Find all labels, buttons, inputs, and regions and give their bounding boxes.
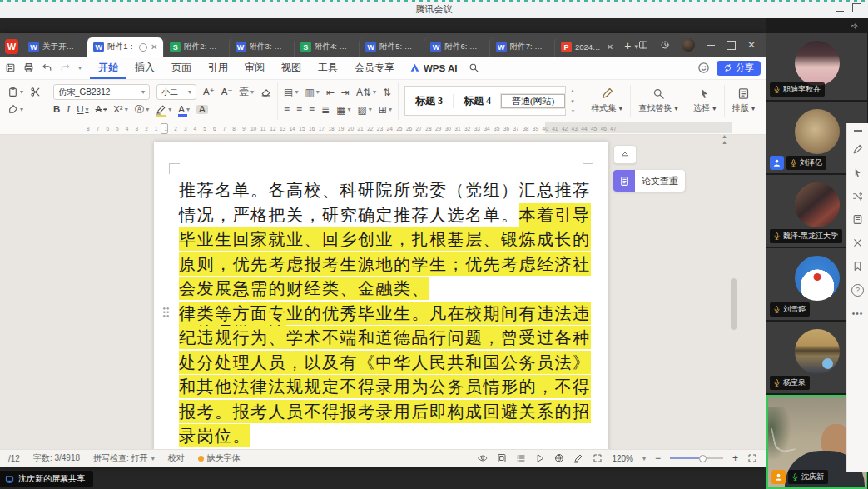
menu-工具[interactable]: 工具 bbox=[310, 57, 346, 79]
undo-icon[interactable] bbox=[42, 62, 52, 73]
clear-format-button[interactable] bbox=[260, 87, 271, 97]
decrease-font-button[interactable]: A⁻ bbox=[221, 87, 233, 97]
tab-close-icon[interactable]: ✕ bbox=[607, 42, 613, 52]
window-close-icon[interactable]: ✕ bbox=[747, 42, 756, 49]
style-normal-web[interactable]: 普通(网站) bbox=[501, 94, 565, 108]
zoom-out-button[interactable]: − bbox=[655, 452, 661, 464]
ink-icon[interactable] bbox=[573, 453, 583, 463]
style-heading3[interactable]: 标题 3 bbox=[405, 94, 453, 108]
underline-button[interactable]: U▾ bbox=[77, 105, 88, 115]
split-view-icon[interactable] bbox=[638, 40, 648, 50]
gallery-more-icon[interactable]: ≡ bbox=[571, 108, 574, 114]
sort-button[interactable]: ⇅ bbox=[383, 87, 391, 97]
sync-icon[interactable] bbox=[660, 40, 670, 50]
shading-button[interactable]: ▨▾ bbox=[358, 105, 372, 115]
gallery-down-icon[interactable]: ▾ bbox=[571, 98, 574, 105]
align-left-button[interactable]: ≡ bbox=[284, 105, 290, 115]
menu-页面[interactable]: 页面 bbox=[163, 57, 200, 79]
play-icon[interactable] bbox=[535, 453, 545, 463]
font-color-button[interactable]: A▾ bbox=[178, 105, 190, 115]
style-heading4[interactable]: 标题 4 bbox=[453, 94, 501, 108]
document-tab-5[interactable]: S附件4: 黑龙江 bbox=[294, 37, 359, 57]
fullscreen-icon[interactable] bbox=[747, 453, 757, 463]
shuffle-icon[interactable] bbox=[852, 191, 863, 202]
phonetic-guide-button[interactable]: 壹▾ bbox=[240, 87, 255, 97]
align-center-button[interactable]: ≡ bbox=[296, 105, 302, 115]
font-name-select[interactable]: 仿宋_GB2312▾ bbox=[53, 84, 150, 100]
document-tab-6[interactable]: W附件5: 《黑龙 bbox=[359, 37, 424, 57]
tab-close-icon[interactable]: ✕ bbox=[151, 42, 157, 52]
quick-access-caret[interactable]: ▾ bbox=[78, 64, 82, 72]
feedback-smiley-icon[interactable] bbox=[697, 62, 710, 74]
globe-icon[interactable] bbox=[554, 453, 564, 463]
scroll-up-arrows[interactable]: ▲▲ bbox=[722, 135, 727, 145]
border-button[interactable]: ⊞▾ bbox=[379, 105, 392, 115]
cut-button[interactable] bbox=[30, 87, 41, 97]
decrease-indent-button[interactable]: ⇤ bbox=[326, 87, 335, 97]
expand-icon[interactable] bbox=[852, 3, 861, 12]
notes-icon[interactable] bbox=[852, 214, 863, 225]
wps-ai-button[interactable]: WPS AI bbox=[403, 57, 464, 79]
search-button[interactable] bbox=[464, 57, 484, 79]
bullet-list-button[interactable]: ▤▾ bbox=[284, 87, 298, 97]
tool-查找替换[interactable]: 查找替换 ▾ bbox=[631, 82, 686, 120]
help-icon[interactable]: ? bbox=[851, 284, 864, 297]
zoom-caret[interactable]: ▾ bbox=[642, 455, 646, 462]
paper-check-button[interactable]: 论文查重 bbox=[613, 170, 685, 192]
circle-char-button[interactable]: Ⓐ▾ bbox=[135, 105, 150, 115]
document-tab-9[interactable]: P20240121-✕ bbox=[554, 37, 619, 57]
superscript-button[interactable]: X²▾ bbox=[113, 105, 128, 115]
audio-indicator-icon[interactable] bbox=[851, 22, 860, 31]
paste-button[interactable]: ▾ bbox=[7, 87, 23, 97]
screen-share-banner[interactable]: 沈庆新的屏幕共享 bbox=[0, 471, 93, 487]
menu-开始[interactable]: 开始 bbox=[90, 57, 126, 79]
document-text[interactable]: 推荐名单。各高校、科研院所党委（党组）汇总推荐情况，严格把关，研究确定推荐人选名… bbox=[179, 178, 583, 449]
document-tab-7[interactable]: W附件6: 《选调 bbox=[424, 37, 489, 57]
redo-icon[interactable] bbox=[60, 62, 71, 73]
more-icon[interactable]: ••• bbox=[852, 309, 864, 318]
italic-button[interactable]: I bbox=[67, 105, 70, 115]
participant-tile-1[interactable]: 职迪李秋卉 bbox=[766, 33, 867, 100]
print-icon[interactable] bbox=[23, 62, 34, 73]
document-tab-2[interactable]: W附件1：✕ bbox=[87, 37, 163, 57]
document-tab-3[interactable]: S附件2: 黑龙江 bbox=[163, 37, 228, 57]
zoom-in-button[interactable]: + bbox=[732, 452, 738, 464]
window-restore-icon[interactable] bbox=[727, 41, 736, 50]
menu-视图[interactable]: 视图 bbox=[273, 57, 310, 79]
panel-collapse-button[interactable] bbox=[613, 145, 637, 164]
tab-pin-icon[interactable] bbox=[139, 43, 147, 52]
numbered-list-button[interactable]: ▥▾ bbox=[305, 87, 319, 97]
document-page[interactable]: 推荐名单。各高校、科研院所党委（党组）汇总推荐情况，严格把关，研究确定推荐人选名… bbox=[154, 142, 608, 449]
pageview-icon[interactable] bbox=[497, 453, 507, 463]
share-button[interactable]: 分享 bbox=[717, 61, 761, 76]
menu-插入[interactable]: 插入 bbox=[126, 57, 163, 79]
close-icon[interactable] bbox=[852, 237, 863, 248]
gallery-up-icon[interactable]: ▴ bbox=[571, 87, 574, 94]
account-avatar[interactable] bbox=[682, 38, 695, 52]
tool-排版[interactable]: 排版 ▾ bbox=[725, 82, 763, 120]
document-tab-1[interactable]: W关于开展2024 bbox=[22, 37, 87, 57]
vertical-scrollbar-thumb[interactable] bbox=[731, 278, 737, 330]
eye-icon[interactable] bbox=[478, 453, 488, 463]
justify-button[interactable]: ≣ bbox=[321, 105, 330, 115]
line-spacing-button[interactable]: ▦▾ bbox=[336, 105, 350, 115]
new-tab-button[interactable]: + bbox=[624, 39, 631, 52]
char-shading-button[interactable]: A bbox=[196, 105, 208, 115]
cursor-icon[interactable] bbox=[852, 167, 863, 178]
paragraph-drag-handle[interactable] bbox=[162, 307, 170, 317]
document-tab-8[interactable]: W附件7: 学生工 bbox=[489, 37, 554, 57]
bold-button[interactable]: B bbox=[53, 105, 60, 115]
pen-icon[interactable] bbox=[852, 144, 863, 155]
menu-审阅[interactable]: 审阅 bbox=[236, 57, 273, 79]
increase-font-button[interactable]: A⁺ bbox=[203, 87, 215, 97]
outline-icon[interactable] bbox=[516, 453, 526, 463]
caret-icon[interactable]: ▾ bbox=[151, 455, 155, 462]
tool-样式集[interactable]: 样式集 ▾ bbox=[583, 82, 630, 120]
window-minimize-icon[interactable] bbox=[707, 45, 715, 46]
font-size-select[interactable]: 小二▾ bbox=[156, 84, 196, 100]
minimize-icon[interactable] bbox=[836, 11, 844, 12]
align-right-button[interactable]: ≡ bbox=[309, 105, 315, 115]
document-tab-4[interactable]: W附件3: 黑龙江 bbox=[229, 37, 294, 57]
save-icon[interactable] bbox=[5, 62, 16, 73]
increase-indent-button[interactable]: ⇥ bbox=[341, 87, 350, 97]
